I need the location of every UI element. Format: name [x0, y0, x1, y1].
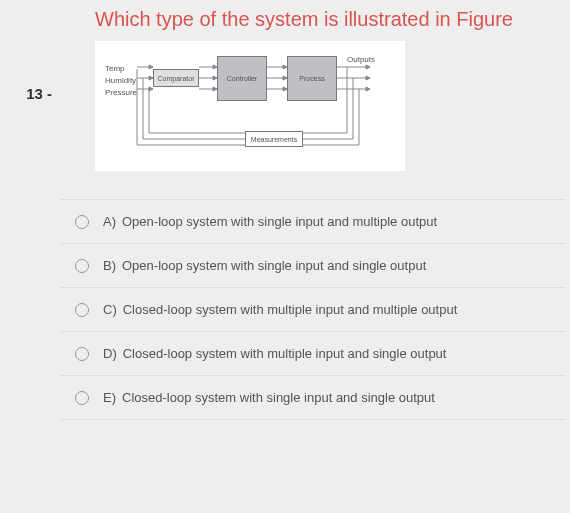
- svg-marker-21: [366, 76, 370, 80]
- radio-icon: [75, 347, 89, 361]
- input-humidity: Humidity: [105, 75, 137, 87]
- option-letter: E): [103, 390, 116, 405]
- option-letter: A): [103, 214, 116, 229]
- controller-box: Controller: [217, 56, 267, 101]
- option-text: Closed-loop system with multiple input a…: [123, 346, 447, 361]
- option-b[interactable]: B) Open-loop system with single input an…: [60, 243, 565, 287]
- svg-marker-19: [366, 65, 370, 69]
- option-letter: B): [103, 258, 116, 273]
- option-text: Closed-loop system with multiple input a…: [123, 302, 458, 317]
- option-text: Closed-loop system with single input and…: [122, 390, 435, 405]
- outputs-label: Outputs: [347, 55, 375, 64]
- option-text: Open-loop system with single input and s…: [122, 258, 426, 273]
- radio-icon: [75, 215, 89, 229]
- radio-icon: [75, 303, 89, 317]
- option-letter: C): [103, 302, 117, 317]
- question-title: Which type of the system is illustrated …: [60, 0, 565, 41]
- option-text: Open-loop system with single input and m…: [122, 214, 437, 229]
- svg-marker-5: [149, 87, 153, 91]
- radio-icon: [75, 391, 89, 405]
- option-e[interactable]: E) Closed-loop system with single input …: [60, 375, 565, 420]
- measurements-box: Measurements: [245, 131, 303, 147]
- input-temp: Temp: [105, 63, 137, 75]
- question-number: 13 -: [0, 0, 60, 420]
- options-list: A) Open-loop system with single input an…: [60, 199, 565, 420]
- process-box: Process: [287, 56, 337, 101]
- radio-icon: [75, 259, 89, 273]
- system-diagram: Temp Humidity Pressure Outputs Comparato…: [95, 41, 405, 171]
- option-d[interactable]: D) Closed-loop system with multiple inpu…: [60, 331, 565, 375]
- comparator-box: Comparator: [153, 69, 199, 87]
- option-c[interactable]: C) Closed-loop system with multiple inpu…: [60, 287, 565, 331]
- svg-marker-23: [366, 87, 370, 91]
- option-a[interactable]: A) Open-loop system with single input an…: [60, 199, 565, 243]
- option-letter: D): [103, 346, 117, 361]
- input-pressure: Pressure: [105, 87, 137, 99]
